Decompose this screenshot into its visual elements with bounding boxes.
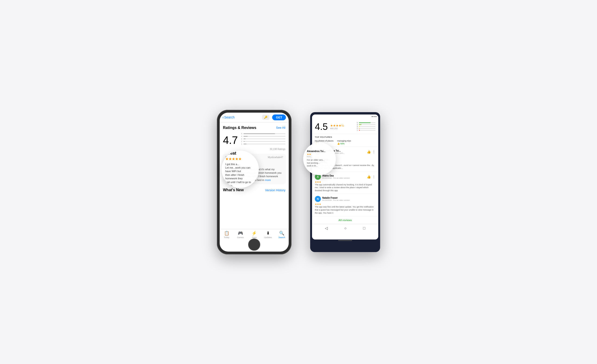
reviewer-name-2: Atanu Das bbox=[322, 174, 365, 177]
home-button[interactable] bbox=[248, 238, 260, 251]
today-icon: 📋 bbox=[224, 231, 229, 236]
more-icon-2[interactable]: ⋮ bbox=[372, 175, 376, 179]
tab-today-label: Today bbox=[224, 236, 229, 238]
whats-new-title: What's New bbox=[223, 188, 244, 192]
chevron-left-icon: ‹ bbox=[222, 115, 224, 119]
ps-rating-number: 4.5 bbox=[315, 121, 328, 132]
version-history-link[interactable]: Version History bbox=[265, 188, 285, 192]
tab-apps[interactable]: ⚡ Apps bbox=[247, 231, 261, 238]
review-meta-2: 01/10/2018 · For an older version bbox=[322, 177, 365, 179]
ps-bar-3: 3 bbox=[357, 126, 376, 127]
reviewer-info-3: Natalie Fraser 01/10/2018 · For an older… bbox=[322, 197, 376, 201]
back-nav-btn[interactable]: ◁ bbox=[325, 226, 328, 230]
reviewer-info-2: Atanu Das 01/10/2018 · For an older vers… bbox=[322, 174, 365, 179]
zoom-android-body: For an older vers...Not working...work i… bbox=[307, 158, 325, 167]
tab-apps-label: Apps bbox=[252, 236, 257, 238]
apps-icon: ⚡ bbox=[252, 231, 257, 236]
appstore-nav: ‹ Search 🔑 GET bbox=[220, 113, 289, 122]
ps-review-3: N Natalie Fraser 01/10/2018 · For an old… bbox=[312, 194, 378, 216]
scene: ‹ Search 🔑 GET Ratings & Reviews See All… bbox=[203, 96, 394, 268]
key-icon: 🔑 bbox=[264, 116, 267, 119]
android-bottom-bar bbox=[312, 239, 378, 242]
ps-bar-5: 5 bbox=[357, 122, 376, 124]
review-meta-3: 01/10/2018 · For an older version bbox=[322, 199, 376, 201]
ps-review-2: A Atanu Das 01/10/2018 · For an older ve… bbox=[312, 172, 378, 194]
tab-bar: 📋 Today 🎮 Games ⚡ Apps ⬇ Updates 🔍 bbox=[220, 229, 289, 239]
battery-icon bbox=[376, 116, 376, 117]
android-device: 4.5 ★★★★½ 400,202 5 4 bbox=[310, 112, 380, 252]
android-zoom-circle: Alexandros Tsi... ★★ 01/1... For an olde… bbox=[303, 142, 336, 175]
tab-search[interactable]: 🔍 Search bbox=[275, 231, 289, 238]
zoom-android-stars: ★★ bbox=[307, 153, 311, 156]
rating-number: 4.7 bbox=[223, 135, 238, 145]
whats-new-section: What's New Version History bbox=[220, 186, 289, 194]
android-home-indicator bbox=[338, 240, 352, 241]
top-features-title: TOP FEATURES bbox=[315, 136, 376, 138]
wifi-icon bbox=[374, 116, 375, 117]
android-nav-bar: ◁ ○ □ bbox=[312, 224, 378, 232]
back-label: Search bbox=[224, 115, 234, 119]
review-author: Mysticwhale47 bbox=[268, 156, 283, 158]
ps-stars: ★★★★½ bbox=[330, 124, 354, 127]
like-icon-1[interactable]: 👍 bbox=[367, 150, 371, 154]
status-bar bbox=[312, 114, 378, 119]
star-bar-3: 3 bbox=[241, 138, 285, 140]
tab-games[interactable]: 🎮 Games bbox=[233, 231, 247, 238]
ratings-header: Ratings & Reviews See All bbox=[220, 122, 289, 131]
tab-today[interactable]: 📋 Today bbox=[220, 231, 233, 238]
ps-count: 400,202 bbox=[330, 127, 354, 130]
more-icon-1[interactable]: ⋮ bbox=[372, 150, 376, 154]
reviewer-avatar-3: N bbox=[315, 196, 321, 202]
get-button[interactable]: GET bbox=[272, 114, 286, 120]
review-body-3: The app was fine until the latest update… bbox=[315, 206, 376, 214]
tab-updates-label: Updates bbox=[264, 236, 272, 238]
feature-trips: managing trips 👍 93% bbox=[337, 140, 351, 145]
star-bar-5: 5 bbox=[241, 133, 285, 135]
zoom-android-date: 01/1... bbox=[307, 156, 312, 158]
key-button[interactable]: 🔑 bbox=[262, 115, 269, 120]
all-reviews-link[interactable]: All reviews bbox=[312, 216, 378, 224]
review-body-2: The app automatically chaned my booking.… bbox=[315, 183, 376, 192]
updates-icon: ⬇ bbox=[266, 231, 270, 236]
ps-bar-1: 1 bbox=[357, 129, 376, 131]
more-link[interactable]: more bbox=[265, 179, 271, 182]
star-bar-1: 1 bbox=[241, 143, 285, 145]
tab-games-label: Games bbox=[237, 236, 244, 238]
ps-rating-section: 4.5 ★★★★½ 400,202 5 4 bbox=[312, 119, 378, 134]
like-icon-2[interactable]: 👍 bbox=[367, 175, 371, 179]
playstore-screen: 4.5 ★★★★½ 400,202 5 4 bbox=[312, 119, 378, 239]
zoom-body: I got this a...Let me...work you can hav… bbox=[225, 163, 255, 188]
iphone-device: ‹ Search 🔑 GET Ratings & Reviews See All… bbox=[217, 110, 291, 254]
ratings-title: Ratings & Reviews bbox=[223, 126, 256, 130]
star-bar-4: 4 bbox=[241, 135, 285, 137]
home-nav-btn[interactable]: ○ bbox=[344, 226, 346, 230]
recents-nav-btn[interactable]: □ bbox=[363, 226, 365, 230]
android-screen: 4.5 ★★★★½ 400,202 5 4 bbox=[312, 114, 378, 239]
review-stars-3: ★★★ bbox=[315, 203, 376, 206]
ps-rating-stars-col: ★★★★½ 400,202 bbox=[330, 124, 354, 130]
ps-bar-4: 4 bbox=[357, 124, 376, 126]
tab-search-label: Search bbox=[278, 236, 285, 238]
feature-photos-label: ing photos of places bbox=[315, 140, 333, 142]
search-icon: 🔍 bbox=[279, 231, 284, 236]
ps-bar-2: 2 bbox=[357, 127, 376, 129]
feature-trips-pct: 👍 93% bbox=[337, 142, 351, 145]
review-stars-2: ★★★ bbox=[315, 181, 376, 183]
zoom-android-name: Alexandros Tsi... bbox=[307, 150, 325, 152]
rating-summary: 4.7 5 4 3 bbox=[220, 131, 289, 148]
tab-updates[interactable]: ⬇ Updates bbox=[261, 231, 275, 238]
signal-icon bbox=[372, 116, 373, 117]
see-all-link[interactable]: See All bbox=[276, 126, 285, 129]
iphone-zoom-circle: Great ★★★★★ I got this a...Let me...work… bbox=[221, 151, 259, 188]
feature-trips-label: managing trips bbox=[337, 140, 351, 142]
star-bars: 5 4 3 2 bbox=[241, 133, 285, 145]
back-button[interactable]: ‹ Search bbox=[222, 115, 235, 119]
ps-bars: 5 4 3 2 bbox=[357, 122, 376, 131]
star-bar-2: 2 bbox=[241, 140, 285, 142]
zoom-stars: ★★★★★ bbox=[225, 157, 242, 161]
rating-count: 30,198 Ratings bbox=[220, 148, 289, 152]
games-icon: 🎮 bbox=[238, 231, 243, 236]
reviewer-name-3: Natalie Fraser bbox=[322, 197, 376, 199]
